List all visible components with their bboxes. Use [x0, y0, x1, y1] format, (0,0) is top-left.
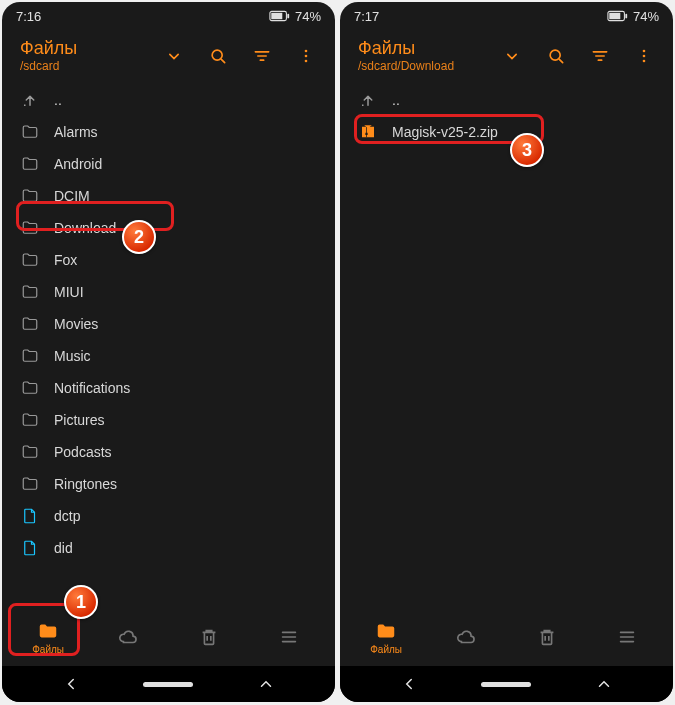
- file-icon: [20, 506, 40, 526]
- screenshot-left: 7:16 74% Файлы /sdcard .. AlarmsAndroidD…: [2, 2, 335, 702]
- archive-icon: [358, 122, 378, 142]
- folder-icon: [20, 346, 40, 366]
- tab-cloud[interactable]: [93, 613, 163, 661]
- battery-icon: [269, 10, 291, 22]
- list-item[interactable]: did: [2, 532, 335, 564]
- up-label: ..: [54, 92, 62, 108]
- tab-menu[interactable]: [254, 613, 324, 661]
- sort-button[interactable]: [243, 37, 281, 75]
- list-item[interactable]: Ringtones: [2, 468, 335, 500]
- folder-icon: [20, 442, 40, 462]
- list-item[interactable]: Download: [2, 212, 335, 244]
- more-button[interactable]: [287, 37, 325, 75]
- list-item[interactable]: Notifications: [2, 372, 335, 404]
- item-name: DCIM: [54, 188, 90, 204]
- sort-button[interactable]: [581, 37, 619, 75]
- list-item[interactable]: Pictures: [2, 404, 335, 436]
- up-directory[interactable]: ..: [340, 84, 673, 116]
- android-nav: [340, 666, 673, 702]
- app-header: Файлы /sdcard/Download: [340, 30, 673, 82]
- folder-icon: [20, 250, 40, 270]
- tab-files[interactable]: Файлы: [351, 613, 421, 661]
- list-item[interactable]: Movies: [2, 308, 335, 340]
- nav-back[interactable]: [46, 675, 96, 693]
- folder-icon: [20, 122, 40, 142]
- item-name: Notifications: [54, 380, 130, 396]
- folder-icon: [20, 282, 40, 302]
- tab-files[interactable]: Файлы: [13, 613, 83, 661]
- nav-recent[interactable]: [579, 675, 629, 693]
- folder-icon: [20, 186, 40, 206]
- item-name: Movies: [54, 316, 98, 332]
- folder-icon: [20, 314, 40, 334]
- bottom-tabs: Файлы: [2, 608, 335, 666]
- android-nav: [2, 666, 335, 702]
- path-dropdown[interactable]: [493, 37, 531, 75]
- item-name: did: [54, 540, 73, 556]
- list-item[interactable]: MIUI: [2, 276, 335, 308]
- item-name: dctp: [54, 508, 80, 524]
- nav-recent[interactable]: [241, 675, 291, 693]
- more-button[interactable]: [625, 37, 663, 75]
- folder-icon: [20, 474, 40, 494]
- folder-icon: [20, 218, 40, 238]
- search-button[interactable]: [199, 37, 237, 75]
- item-name: Music: [54, 348, 91, 364]
- status-time: 7:16: [16, 9, 41, 24]
- path-dropdown[interactable]: [155, 37, 193, 75]
- app-header: Файлы /sdcard: [2, 30, 335, 82]
- folder-icon: [20, 378, 40, 398]
- list-item[interactable]: Magisk-v25-2.zip: [340, 116, 673, 148]
- item-name: MIUI: [54, 284, 84, 300]
- search-button[interactable]: [537, 37, 575, 75]
- screenshot-right: 7:17 74% Файлы /sdcard/Download .. Magis…: [340, 2, 673, 702]
- item-name: Podcasts: [54, 444, 112, 460]
- tab-trash[interactable]: [174, 613, 244, 661]
- list-item[interactable]: Android: [2, 148, 335, 180]
- folder-icon: [20, 410, 40, 430]
- item-name: Fox: [54, 252, 77, 268]
- battery-pct: 74%: [295, 9, 321, 24]
- status-bar: 7:17 74%: [340, 2, 673, 30]
- battery-icon: [607, 10, 629, 22]
- tab-cloud[interactable]: [431, 613, 501, 661]
- status-time: 7:17: [354, 9, 379, 24]
- tab-menu[interactable]: [592, 613, 662, 661]
- current-path: /sdcard: [20, 59, 149, 73]
- battery-pct: 74%: [633, 9, 659, 24]
- list-item[interactable]: Podcasts: [2, 436, 335, 468]
- list-item[interactable]: DCIM: [2, 180, 335, 212]
- file-icon: [20, 538, 40, 558]
- item-name: Android: [54, 156, 102, 172]
- item-name: Download: [54, 220, 116, 236]
- list-item[interactable]: Music: [2, 340, 335, 372]
- item-name: Pictures: [54, 412, 105, 428]
- tab-files-label: Файлы: [370, 644, 402, 655]
- item-name: Alarms: [54, 124, 98, 140]
- item-name: Ringtones: [54, 476, 117, 492]
- list-item[interactable]: Alarms: [2, 116, 335, 148]
- list-item[interactable]: dctp: [2, 500, 335, 532]
- status-bar: 7:16 74%: [2, 2, 335, 30]
- nav-back[interactable]: [384, 675, 434, 693]
- nav-home[interactable]: [143, 682, 193, 687]
- folder-icon: [20, 154, 40, 174]
- tab-trash[interactable]: [512, 613, 582, 661]
- page-title: Файлы: [20, 39, 149, 59]
- nav-home[interactable]: [481, 682, 531, 687]
- file-list: .. AlarmsAndroidDCIMDownloadFoxMIUIMovie…: [2, 82, 335, 608]
- current-path: /sdcard/Download: [358, 59, 487, 73]
- up-label: ..: [392, 92, 400, 108]
- bottom-tabs: Файлы: [340, 608, 673, 666]
- list-item[interactable]: Fox: [2, 244, 335, 276]
- up-directory[interactable]: ..: [2, 84, 335, 116]
- file-list: .. Magisk-v25-2.zip: [340, 82, 673, 608]
- tab-files-label: Файлы: [32, 644, 64, 655]
- item-name: Magisk-v25-2.zip: [392, 124, 498, 140]
- page-title: Файлы: [358, 39, 487, 59]
